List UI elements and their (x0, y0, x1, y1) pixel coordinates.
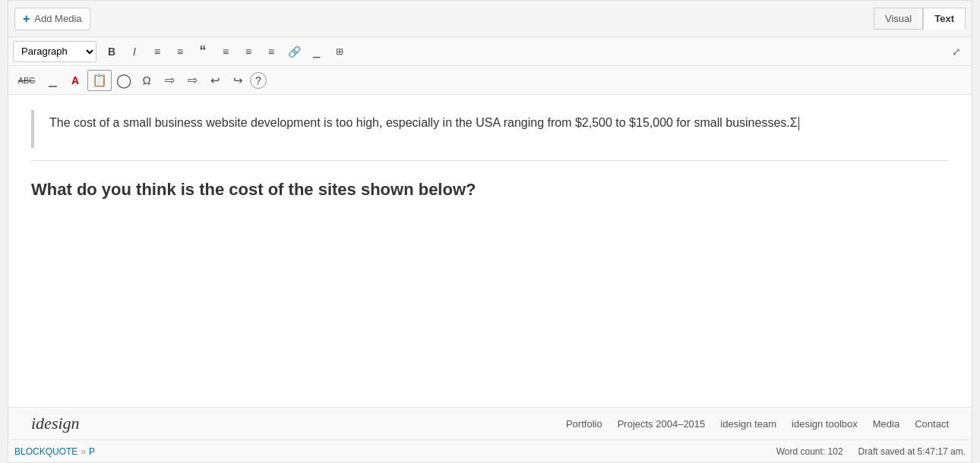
footer-nav-contact[interactable]: Contact (915, 418, 949, 430)
breadcrumb-blockquote[interactable]: BLOCKQUOTE (14, 446, 77, 457)
footer-nav-toolbox[interactable]: idesign toolbox (792, 418, 858, 430)
top-bar: + Add Media Visual Text (8, 1, 972, 37)
draft-status: Draft saved at 5:47:17 am. (858, 446, 966, 457)
clear-format-button[interactable]: ◯ (113, 70, 134, 91)
tab-text[interactable]: Text (923, 8, 966, 30)
breadcrumb-p[interactable]: P (89, 446, 95, 457)
special-char-sigma: Σ (790, 116, 798, 129)
tab-visual[interactable]: Visual (874, 8, 923, 30)
footer-nav-projects[interactable]: Projects 2004–2015 (618, 418, 706, 430)
unordered-list-button[interactable]: ≡ (147, 41, 168, 62)
footer-nav: Portfolio Projects 2004–2015 idesign tea… (566, 418, 949, 430)
add-media-label: Add Media (34, 13, 81, 24)
breadcrumb: BLOCKQUOTE » P (14, 446, 95, 457)
align-center-button[interactable]: ≡ (238, 41, 259, 62)
breadcrumb-separator: » (81, 446, 86, 457)
paste-text-button[interactable]: 📋 (87, 70, 112, 91)
indent-button[interactable]: ⇨ (182, 70, 203, 91)
ordered-list-button[interactable]: ≡ (169, 41, 191, 62)
blockquote-text: The cost of a small business website dev… (49, 116, 790, 129)
view-tabs: Visual Text (874, 8, 966, 30)
status-bar: BLOCKQUOTE » P Word count: 102 Draft sav… (8, 439, 972, 462)
redo-button[interactable]: ↪ (227, 70, 248, 91)
footer-bar: idesign Portfolio Projects 2004–2015 ide… (8, 407, 972, 439)
paragraph-select[interactable]: Paragraph Heading 1 Heading 2 Heading 3 … (13, 41, 96, 62)
footer-nav-media[interactable]: Media (873, 418, 899, 430)
link-button[interactable]: 🔗 (283, 41, 305, 62)
editor-divider (31, 160, 949, 161)
editor-content[interactable]: The cost of a small business website dev… (8, 95, 972, 407)
help-button[interactable]: ? (250, 72, 267, 89)
blockquote-button[interactable]: “ (192, 41, 213, 62)
add-media-button[interactable]: + Add Media (14, 8, 90, 30)
text-color-button[interactable]: A (65, 70, 86, 91)
toolbar-row-2: ABC ⎯ A 📋 ◯ Ω ⇨ ⇨ ↩ ↪ ? (8, 66, 972, 95)
special-char-button[interactable]: Ω (136, 70, 157, 91)
align-right-button[interactable]: ≡ (261, 41, 282, 62)
outdent-button[interactable]: ⇨ (159, 70, 180, 91)
undo-button[interactable]: ↩ (204, 70, 226, 91)
more-tag-button[interactable]: ⎯ (306, 41, 327, 62)
toolbar-toggle-button[interactable]: ⊞ (329, 41, 350, 62)
add-media-icon: + (23, 12, 30, 26)
bold-button[interactable]: B (101, 41, 122, 62)
horizontal-rule-button[interactable]: ⎯ (42, 70, 63, 91)
footer-nav-portfolio[interactable]: Portfolio (566, 418, 602, 430)
heading-paragraph: What do you think is the cost of the sit… (31, 176, 949, 203)
toolbar-row-1: Paragraph Heading 1 Heading 2 Heading 3 … (8, 37, 972, 66)
italic-button[interactable]: I (124, 41, 145, 62)
expand-button[interactable]: ⤢ (946, 41, 967, 62)
blockquote-content: The cost of a small business website dev… (31, 110, 949, 148)
blockquote-paragraph: The cost of a small business website dev… (49, 113, 949, 133)
strikethrough-button[interactable]: ABC (13, 70, 40, 91)
word-count: Word count: 102 (776, 446, 843, 457)
footer-logo: idesign (31, 414, 80, 433)
align-left-button[interactable]: ≡ (215, 41, 236, 62)
text-cursor (798, 117, 799, 131)
footer-nav-team[interactable]: idesign team (720, 418, 776, 430)
